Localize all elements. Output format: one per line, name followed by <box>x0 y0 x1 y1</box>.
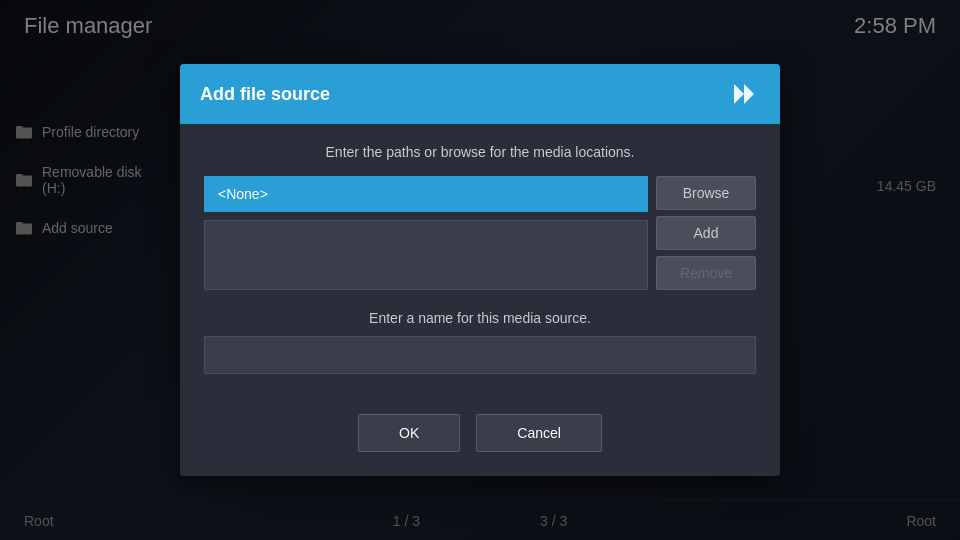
modal-overlay: Add file source Enter the paths or brows… <box>0 0 960 540</box>
remove-button[interactable]: Remove <box>656 256 756 290</box>
path-row: <None> Browse Add Remove <box>204 176 756 290</box>
cancel-button[interactable]: Cancel <box>476 414 602 452</box>
kodi-logo-icon <box>728 78 760 110</box>
browse-button[interactable]: Browse <box>656 176 756 210</box>
path-area[interactable] <box>204 220 648 290</box>
dialog-body: Enter the paths or browse for the media … <box>180 124 780 394</box>
action-buttons: Browse Add Remove <box>656 176 756 290</box>
ok-button[interactable]: OK <box>358 414 460 452</box>
dialog-footer: OK Cancel <box>180 394 780 476</box>
name-section: Enter a name for this media source. <box>204 310 756 374</box>
path-input-selected[interactable]: <None> <box>204 176 648 212</box>
svg-marker-1 <box>744 84 754 104</box>
name-input[interactable] <box>204 336 756 374</box>
add-file-source-dialog: Add file source Enter the paths or brows… <box>180 64 780 476</box>
dialog-title: Add file source <box>200 84 330 105</box>
add-button[interactable]: Add <box>656 216 756 250</box>
path-instruction: Enter the paths or browse for the media … <box>204 144 756 160</box>
name-instruction: Enter a name for this media source. <box>204 310 756 326</box>
svg-marker-0 <box>734 84 744 104</box>
dialog-header: Add file source <box>180 64 780 124</box>
